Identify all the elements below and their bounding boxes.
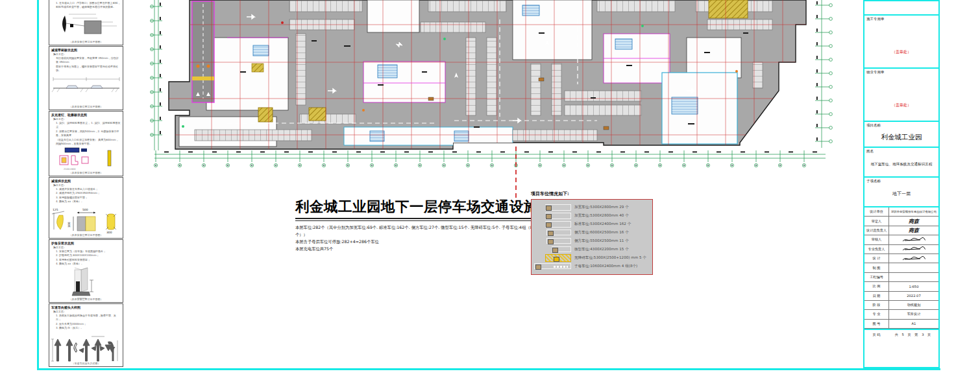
subitem-section: 子项名称 地下一层: [864, 178, 938, 207]
detail-panel-lane-arrows: 车道导向箭头大样图 施工工艺: 1. 热熔反光标线涂料施划于车道地面，附着牢固、…: [49, 303, 123, 367]
titleblock-row: 阶 段 动线规划: [864, 301, 938, 310]
stall-type-icon: [534, 213, 574, 219]
convex-mirror-diagram: [51, 10, 122, 35]
row-label: 设计单位: [864, 207, 889, 216]
car-glyph: [535, 265, 541, 270]
titleblock-row: 设 计: [864, 254, 938, 263]
panel-notes: 1. 在车道出入口（T字路口）按图示位置在柱面上粘贴， 粘贴完成后检查牢固，确保…: [56, 1, 121, 10]
detail-panel-corner-guard: 护角安装示意图 施工工艺: 1. 安装位置为（停车场）车道两侧柱角处； 2. 护…: [49, 239, 123, 303]
row-label: 工程编号: [864, 273, 889, 281]
panel-subtitle: 施工工艺:: [53, 183, 123, 187]
subitem-label: 子项名称: [866, 179, 881, 183]
signature-table: 设计单位 深圳市创安顺停车规划设计有限公司 审定人 商森 设计总负责人 商森 审…: [864, 207, 938, 329]
road-stud-diagram: 2100×900: [51, 147, 122, 172]
titleblock-row: 图 号 A1: [864, 320, 938, 329]
titleblock-row: 设计单位 深圳市创安顺停车规划设计有限公司: [864, 207, 938, 217]
property-seal-label: 物业专用章: [866, 70, 885, 75]
seal-placeholder-text: （盖章处）: [864, 102, 938, 108]
frame-bottom-border: [37, 368, 940, 370]
rumble-strip-diagram: [51, 74, 122, 96]
panel-title: 车道导向箭头大样图: [51, 305, 123, 309]
svg-text:2100×900: 2100×900: [64, 168, 76, 171]
panel-title: 减速拱示意图: [51, 179, 123, 183]
panel-caption: （车道导向箭头大样图）: [49, 362, 123, 365]
titleblock-row: 制 图: [864, 263, 938, 272]
project-name-section: 项目名称 利金城工业园: [864, 122, 938, 148]
construction-seal-section: 施工专用章 （盖章处）: [864, 16, 938, 69]
legend-item: 侧方车位:5500X2500mm 11 个: [534, 237, 650, 245]
legend-item: 侧方车位:6000X2500mm 16 个: [534, 228, 650, 237]
detail-panel-rumble-strip: 减速带刷标示意图 施工工艺: 车行道横向间隔设置安装，单组宽度 350mm，分段…: [49, 46, 123, 110]
stall-type-icon: [534, 230, 574, 235]
stall-type-icon: [534, 204, 574, 211]
legend-item: 标准车位:5300X2400mm 162 个: [534, 220, 650, 228]
drawing-sheet: 1. 在车道出入口（T字路口）按图示位置在柱面上粘贴， 粘贴完成后检查牢固，确保…: [0, 0, 980, 389]
legend-item: 加宽车位:5300X2800mm 40 个: [534, 211, 650, 220]
stall-type-icon: [534, 246, 574, 252]
legend-label: 标准车位:5300X2400mm 162 个: [574, 222, 631, 227]
stall-type-icon: [534, 263, 574, 269]
panel-caption: （具体安装位置详见平面图）: [49, 40, 123, 43]
legend-label: 侧方车位:6000X2500mm 16 个: [574, 230, 629, 235]
construction-seal-label: 施工专用章: [866, 17, 885, 21]
panel-caption: （具体安装位置详见平面图）: [49, 298, 123, 301]
drawing-name-label: 图名: [866, 149, 874, 154]
row-value: A1: [889, 322, 938, 325]
page-label: 页 码: [864, 333, 888, 337]
panel-title: 反光道钉、轮廓标示意图: [51, 113, 123, 117]
plan-notes: 本层车位:282个（其中分别为加宽车位:69个. 标准车位:162个. 侧方车位…: [295, 224, 533, 252]
row-label: 比 例: [864, 282, 889, 290]
legend-item: 子母车位:10600X2400mm 4 组(8个): [534, 262, 650, 270]
row-label: 设 计: [864, 254, 889, 263]
panel-notes: 1. 减速拱安装在车库出入口坡道处； 2. 减速拱规格为 250X350X50m…: [56, 187, 121, 204]
row-label: 图 号: [864, 320, 889, 328]
row-value: 动线规划: [889, 303, 938, 307]
svg-text:500: 500: [82, 208, 88, 211]
panel-subtitle: 施工工艺:: [53, 246, 123, 249]
row-label: 专业负责人: [864, 245, 889, 253]
svg-text:125: 125: [53, 208, 58, 211]
dash-glyph: [554, 266, 568, 268]
titleblock-row: 专 业 车库设计: [864, 310, 938, 319]
page-value: 共 5 页 第 3 页: [888, 333, 938, 337]
row-value: 1:650: [889, 285, 938, 289]
row-label: 设计总负责人: [864, 226, 889, 235]
floor-plan-drawing: [149, 0, 840, 209]
panel-caption: （具体安装位置详见平面图）: [49, 233, 123, 237]
row-value: [889, 255, 938, 262]
panel-caption: （具体安装位置详见平面图）: [49, 171, 123, 174]
row-value: [889, 246, 938, 252]
panel-subtitle: 施工工艺:: [53, 53, 123, 56]
parking-legend: 项目车位情况如下: 加宽车位:5300X2800mm 29 个 加宽车位:530…: [531, 191, 653, 275]
speed-hump-diagram: 125 500 100 300: [50, 205, 123, 235]
legend-title: 项目车位情况如下:: [531, 191, 653, 197]
row-value: [889, 237, 938, 243]
panel-title: 护角安装示意图: [51, 241, 123, 245]
row-label: 审定人: [864, 217, 889, 225]
car-glyph: [554, 257, 559, 262]
panel-caption: （具体安装位置详见平面图）: [49, 105, 123, 108]
legend-label: 侧方车位:5500X2500mm 11 个: [574, 239, 629, 244]
legend-item: 加宽车位:5300X2800mm 29 个: [534, 203, 650, 211]
legend-label: 微型车位:4300X2200mm 15 个: [574, 247, 629, 252]
page-number-section: 页 码 共 5 页 第 3 页: [864, 329, 938, 364]
car-glyph: [546, 222, 552, 228]
car-glyph: [548, 231, 554, 236]
row-label: 阶 段: [864, 301, 889, 309]
car-glyph: [548, 239, 554, 244]
car-glyph: [552, 248, 558, 253]
drawing-name-section: 图名 地下室车位、地坪系统及交通标识工程: [864, 148, 938, 178]
detail-sidebar: 1. 在车道出入口（T字路口）按图示位置在柱面上粘贴， 粘贴完成后检查牢固，确保…: [49, 0, 125, 367]
panel-notes: 1. 清扫、清理粘贴基面灰尘， 1. 清扫、清理粘贴基面灰尘 2. 按图示位置安…: [56, 121, 121, 146]
title-block: 施工专用章 （盖章处） 物业专用章 （盖章处） 项目名称 利金城工业园 图名 地…: [863, 0, 940, 368]
stall-type-icon: [534, 221, 574, 228]
svg-text:100: 100: [67, 222, 71, 228]
plan-title: 利金城工业园地下一层停车场交通设施平面图: [295, 197, 533, 216]
panel-notes: 车行道横向间隔设置安装，单组宽度 350mm，分段拼装 350mm 固定于混凝土…: [56, 56, 121, 73]
row-value: 车库设计: [889, 312, 938, 316]
row-label: 日 期: [864, 292, 889, 300]
titleblock-row: 审定人 商森: [864, 217, 938, 226]
panel-subtitle: 施工工艺:: [53, 310, 123, 313]
drawing-name: 地下室车位、地坪系统及交通标识工程: [864, 162, 938, 167]
stall-type-icon: [534, 238, 574, 244]
